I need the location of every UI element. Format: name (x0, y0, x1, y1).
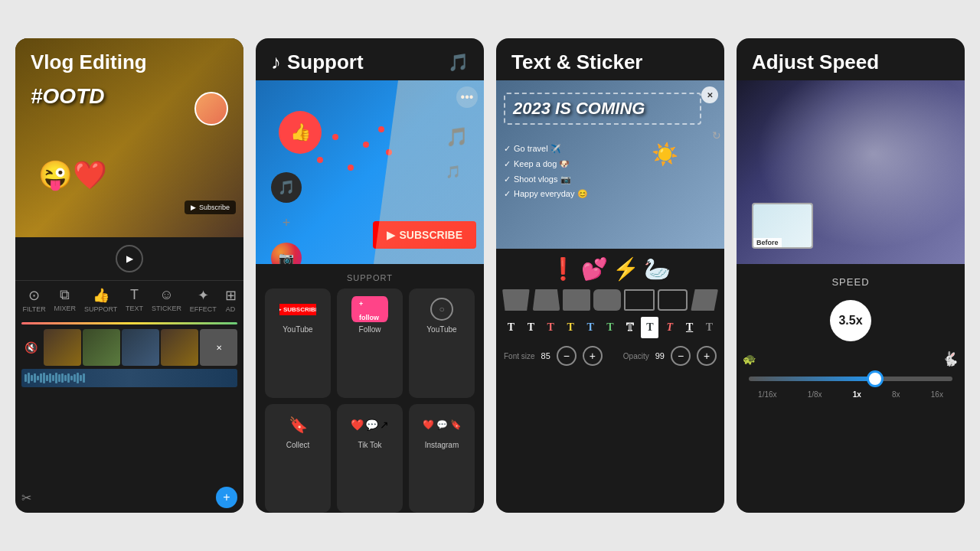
card2-plus-icon[interactable]: + (271, 207, 302, 238)
scissors-icon[interactable]: ✂ (21, 491, 31, 505)
wave-4 (34, 373, 36, 383)
text-style-6[interactable]: T (602, 317, 619, 338)
bookmark-ig: 🔖 (450, 419, 461, 430)
tool-support[interactable]: 👍 SUPPORT (84, 287, 117, 313)
checklist-item-2: ✓Keep a dog 🐶 (504, 157, 588, 172)
sticker-yt-subscribe[interactable]: ▶ SUBSCRIBE YouTube (265, 289, 331, 398)
card3-close-btn[interactable]: ✕ (701, 86, 718, 103)
card2-tiktok-badge: 🎵 (448, 53, 469, 73)
card1-bottom-controls: ✂ + (15, 482, 243, 513)
tool-text[interactable]: T TEXT (126, 287, 143, 313)
add-button[interactable]: + (216, 487, 237, 508)
speed-label-1/16x: 1/16x (758, 390, 776, 399)
card1-yt-icon: ▶ (191, 204, 196, 211)
wave-16 (70, 376, 73, 380)
text-style-5[interactable]: T (582, 317, 599, 338)
card2-title-text: Support (287, 51, 364, 74)
speed-label-16x: 16x (931, 390, 943, 399)
text-style-3[interactable]: T (542, 317, 560, 338)
sticker-follow-preview: + follow (351, 296, 388, 322)
card2-tiktok-icon[interactable]: 🎵 (271, 172, 302, 203)
card2-instagram-icon[interactable]: 📷 (271, 243, 302, 264)
text-style-8[interactable]: T (641, 317, 658, 338)
font-size-increase-btn[interactable]: + (583, 346, 603, 366)
sticker-label: STICKER (152, 305, 181, 312)
cards-container: Vlog Editing #OOTD 😜❤️ ▶ Subscribe ▶ ⊙ F… (0, 0, 980, 551)
sticker-yt-circle[interactable]: ○ YouTube (409, 289, 475, 398)
card-adjust-speed: Adjust Speed Before SPEED 3.5x 🐢 🐇 1/16x… (737, 38, 965, 513)
text-style-4[interactable]: T (562, 317, 580, 338)
opacity-group: Opacity 99 − + (623, 346, 717, 366)
sticker-follow[interactable]: + follow Follow (337, 289, 403, 398)
sticker-instagram[interactable]: ❤️ 💬 🔖 Instagram (409, 404, 475, 514)
thumb-2 (83, 329, 120, 366)
wave-1 (24, 374, 27, 382)
sticker-instagram-preview: ❤️ 💬 🔖 (423, 412, 460, 438)
tool-mixer[interactable]: ⧉ MIXER (54, 287, 77, 313)
mixer-icon: ⧉ (60, 287, 70, 303)
card1-subscribe-text: Subscribe (199, 204, 230, 211)
red-dot-2 (363, 142, 369, 148)
tool-sticker[interactable]: ☺ STICKER (152, 287, 181, 313)
card2-dots-container (302, 126, 394, 203)
sticker-emoji-2[interactable]: 💕 (581, 256, 608, 282)
card3-rotate-handle[interactable]: ↻ (712, 129, 721, 142)
card1-play-btn[interactable]: ▶ (116, 245, 143, 272)
sticker-yt-circle-preview: ○ (423, 296, 460, 322)
thumb-3 (122, 329, 159, 366)
card1-avatar (194, 92, 228, 126)
filter-label: FILTER (22, 305, 45, 313)
speaker-icon: 🔇 (21, 341, 41, 354)
card1-timeline-bar[interactable] (21, 322, 237, 324)
speed-track[interactable] (749, 377, 952, 381)
tool-filter[interactable]: ⊙ FILTER (22, 287, 45, 313)
shape-trapezoid[interactable] (502, 289, 530, 311)
wave-6 (40, 373, 42, 382)
text-style-9[interactable]: T (661, 317, 678, 338)
card1-thumbnails: ✕ (44, 329, 237, 366)
sticker-emoji-4[interactable]: 🦢 (644, 256, 671, 282)
shape-outline-rounded[interactable] (658, 289, 688, 311)
text-style-7[interactable]: T (621, 317, 639, 338)
opacity-increase-btn[interactable]: + (697, 346, 717, 366)
sticker-emoji-3[interactable]: ⚡ (612, 256, 639, 282)
speed-thumb[interactable] (867, 370, 884, 387)
card4-speed-slider[interactable] (737, 370, 965, 387)
shape-parallelogram[interactable] (691, 289, 718, 311)
sticker-emoji-1[interactable]: ❗ (550, 256, 577, 282)
text-style-2[interactable]: T (522, 317, 540, 338)
wave-14 (64, 375, 67, 381)
wave-13 (61, 373, 64, 382)
sticker-instagram-label: Instagram (425, 441, 459, 449)
shape-outline[interactable] (624, 289, 655, 311)
text-style-10[interactable]: T (681, 317, 698, 338)
sticker-tiktok[interactable]: ❤️ 💬 ↗ Tik Tok (337, 404, 403, 514)
thumb-4 (161, 329, 198, 366)
wave-11 (55, 373, 57, 383)
sticker-tiktok-preview: ❤️ 💬 ↗ (351, 412, 388, 438)
sticker-collect[interactable]: 🔖 Collect (265, 404, 331, 514)
tool-effect[interactable]: ✦ EFFECT (190, 287, 217, 313)
opacity-decrease-btn[interactable]: − (671, 346, 691, 366)
effect-label: EFFECT (190, 305, 217, 313)
card3-text-style-row: T T T T T T T T T T T (496, 314, 724, 341)
shape-rounded[interactable] (593, 289, 621, 311)
speed-slow-icon: 🐢 (743, 353, 756, 365)
sticker-follow-label: Follow (359, 325, 381, 334)
sticker-collect-preview: 🔖 (279, 412, 316, 438)
shape-trapezoid2[interactable] (533, 289, 560, 311)
red-dot-1 (332, 134, 338, 140)
card3-coming-text[interactable]: 2023 IS COMING (504, 93, 701, 125)
sticker-yt-subscribe-preview: ▶ SUBSCRIBE (279, 296, 316, 322)
card2-video-preview: ••• 👍 🎵 + 📷 ▶ SUBSCRIBE 🎵 🎵 (256, 80, 484, 264)
font-size-label: Font size (504, 352, 535, 360)
font-size-decrease-btn[interactable]: − (557, 346, 577, 366)
follow-plus: + follow (359, 300, 379, 321)
speed-label-1/8x: 1/8x (808, 390, 822, 399)
tool-ad[interactable]: ⊞ AD (225, 287, 237, 313)
text-style-1[interactable]: T (502, 317, 520, 338)
sun-emoji: ☀️ (652, 142, 678, 167)
checklist-item-3: ✓Shoot vlogs 📷 (504, 172, 588, 187)
text-style-11[interactable]: T (701, 317, 718, 338)
shape-rect[interactable] (563, 289, 590, 311)
